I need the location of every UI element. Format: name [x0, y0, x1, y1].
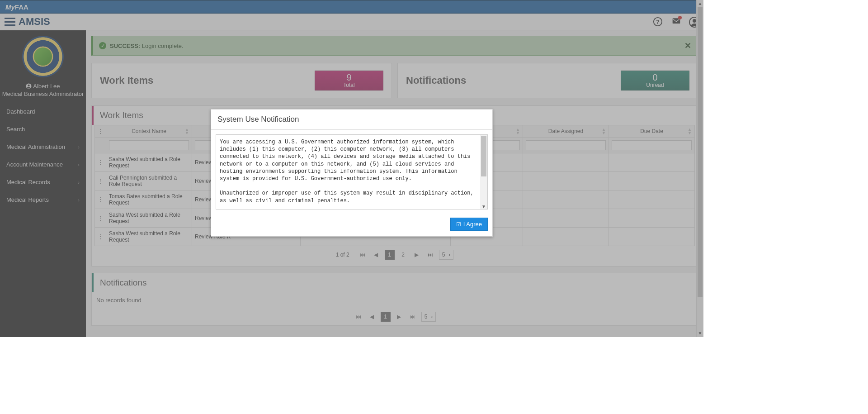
i-agree-button[interactable]: ☑ I Agree	[450, 218, 488, 231]
checkbox-icon: ☑	[456, 221, 461, 228]
system-use-modal: System Use Notification You are accessin…	[211, 109, 493, 237]
modal-title: System Use Notification	[211, 109, 492, 130]
notice-textbox: You are accessing a U.S. Government auth…	[216, 134, 488, 209]
scroll-thumb[interactable]	[481, 136, 486, 176]
notice-scrollbar[interactable]: ▲ ▼	[480, 135, 487, 209]
scroll-down-icon[interactable]: ▼	[480, 204, 487, 209]
notice-text: You are accessing a U.S. Government auth…	[216, 135, 487, 209]
